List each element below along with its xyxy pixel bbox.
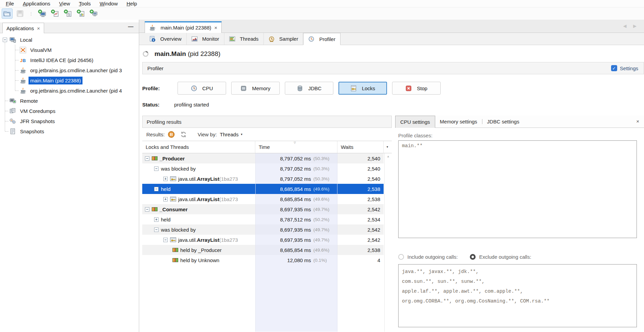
locks-button[interactable]: Locks (338, 82, 387, 95)
tree-item-remote[interactable]: Remote (0, 96, 139, 106)
applications-sidebar: Applications × — −LocalVisualVMJBIntelli… (0, 20, 139, 332)
open-file-icon[interactable] (2, 8, 13, 19)
applications-tree: −LocalVisualVMJBIntelliJ IDEA CE (pid 26… (0, 33, 139, 136)
tab-applications[interactable]: Applications × (2, 23, 44, 33)
chevron-down-icon: ▼ (240, 133, 243, 136)
locks-icon (350, 85, 357, 92)
menu-tools[interactable]: Tools (74, 0, 95, 7)
table-row-was-blocked-by[interactable]: −was blocked by8,697,935 ms(49.7%)2,542 (142, 224, 384, 235)
exclude-classes-input[interactable]: java.**, javax.**, jdk.**,com.sun.**, su… (398, 264, 637, 327)
expander-minus-icon[interactable]: − (163, 238, 168, 242)
expander-minus-icon[interactable]: − (154, 167, 159, 171)
refresh-results-button[interactable] (180, 131, 187, 138)
exclude-outgoing-radio[interactable] (470, 254, 476, 260)
time-cell: 8,685,854 ms(49.6%) (255, 245, 337, 255)
view-by-dropdown[interactable]: Threads ▼ (220, 132, 243, 137)
tab-profiler[interactable]: Profiler (303, 33, 341, 45)
status-value: profiling started (174, 102, 209, 108)
profile-classes-input[interactable]: main.** (398, 140, 637, 238)
profiling-results-panel: Profiling results Results: View by: Thre… (142, 116, 392, 332)
tab-jdbc-settings[interactable]: JDBC settings (482, 116, 524, 128)
add-snapshot-icon[interactable] (88, 8, 99, 19)
add-heapdump-icon[interactable] (75, 8, 86, 19)
include-outgoing-radio[interactable] (398, 254, 404, 260)
close-icon[interactable]: × (636, 118, 639, 124)
table-row-consumer[interactable]: −_Consumer8,697,935 ms(49.7%)2,542 (142, 204, 384, 214)
expander-plus-icon[interactable]: + (163, 197, 168, 201)
waits-cell: 2,538 (337, 245, 384, 255)
name-cell: +held (142, 214, 255, 224)
outgoing-calls-options: Include outgoing calls: Exclude outgoing… (398, 253, 637, 260)
column-filter-icon[interactable]: ▼ (384, 141, 391, 153)
tree-item-org-jetbrains-jps-cmdline-launcher-pid-4[interactable]: org.jetbrains.jps.cmdline.Launcher (pid … (0, 85, 139, 96)
tab-memory-settings[interactable]: Memory settings (435, 116, 482, 128)
profiling-results-title: Profiling results (147, 119, 182, 125)
results-split: Profiling results Results: View by: Thre… (142, 116, 644, 332)
svg-text:10: 10 (68, 14, 70, 17)
name-cell: held by Unknown (142, 255, 255, 265)
vertical-scrollbar[interactable]: ▲ (384, 153, 392, 332)
tree-item-main-main-pid-22388[interactable]: main.Main (pid 22388) (0, 75, 139, 85)
expander-minus-icon[interactable]: − (3, 38, 7, 42)
expander-minus-icon[interactable]: − (145, 156, 149, 161)
tree-item-org-jetbrains-jps-cmdline-launcher-pid-3[interactable]: org.jetbrains.jps.cmdline.Launcher (pid … (0, 65, 139, 75)
tree-item-vm-coredumps[interactable]: VM Coredumps (0, 106, 139, 116)
tab-main-main[interactable]: main.Main (pid 22388) × (145, 21, 222, 33)
add-application-icon[interactable] (37, 8, 48, 19)
tab-threads[interactable]: Threads (224, 33, 264, 45)
menu-applications[interactable]: Applications (18, 0, 55, 7)
table-row-java-util-arraylist[interactable]: +java.util.ArrayList (1ba2738,797,052 ms… (142, 174, 384, 184)
table-row-was-blocked-by[interactable]: −was blocked by8,797,052 ms(50.3%)2,540 (142, 163, 384, 174)
table-row-producer[interactable]: −_Producer8,797,052 ms(50.3%)2,540 (142, 153, 384, 163)
minimize-icon[interactable]: — (128, 24, 133, 30)
time-cell: 8,797,052 ms(50.3%) (255, 174, 337, 184)
close-icon[interactable]: × (37, 26, 40, 31)
close-icon[interactable]: × (214, 25, 217, 31)
stop-button[interactable]: Stop (392, 82, 441, 95)
tree-guide (15, 50, 19, 50)
tree-item-jfr-snapshots[interactable]: JFR Snapshots (0, 116, 139, 126)
table-row-held-by-producer[interactable]: held by _Producer8,685,854 ms(49.6%)2,53… (142, 245, 384, 255)
settings-toggle[interactable]: ✓ Settings (611, 65, 638, 71)
pause-results-button[interactable] (168, 131, 175, 138)
remote-icon (9, 97, 16, 104)
profile-buttons: CPUMemoryJDBCLocksStop (171, 82, 441, 95)
expander-minus-icon[interactable]: − (154, 187, 159, 191)
table-row-held[interactable]: +held8,787,512 ms(50.2%)2,534 (142, 214, 384, 224)
menu-window[interactable]: Window (95, 0, 122, 7)
memory-button[interactable]: Memory (231, 82, 280, 95)
tree-item-intellij-idea-ce-pid-26456[interactable]: JBIntelliJ IDEA CE (pid 26456) (0, 55, 139, 65)
settings-checkbox[interactable]: ✓ (611, 65, 617, 71)
tab-overview[interactable]: Overview (145, 33, 187, 45)
tab-cpu-settings[interactable]: CPU settings (395, 116, 435, 128)
tab-nav-arrows-icon[interactable]: ◀ ▶ (623, 23, 639, 28)
table-row-java-util-arraylist[interactable]: −java.util.ArrayList (1ba2738,697,935 ms… (142, 235, 384, 245)
menu-view[interactable]: View (55, 0, 74, 7)
jdbc-button[interactable]: JDBC (285, 82, 333, 95)
expander-minus-icon[interactable]: − (145, 207, 149, 212)
menu-file[interactable]: File (1, 0, 18, 7)
expander-plus-icon[interactable]: + (163, 177, 168, 181)
add-coredump-icon[interactable]: 0110 (62, 8, 73, 19)
column-header-locks-and-threads[interactable]: Locks and Threads (142, 141, 255, 153)
column-header-time[interactable]: ▽Time (255, 141, 337, 153)
tree-item-visualvm[interactable]: VisualVM (0, 45, 139, 55)
menu-help[interactable]: Help (122, 0, 142, 7)
table-row-java-util-arraylist[interactable]: +java.util.ArrayList (1ba2738,685,854 ms… (142, 194, 384, 204)
table-row-held[interactable]: −held8,685,854 ms(49.6%)2,538 (142, 184, 384, 194)
tree-item-snapshots[interactable]: Snapshots (0, 126, 139, 136)
expander-minus-icon[interactable]: − (154, 228, 159, 232)
time-cell: 8,797,052 ms(50.3%) (255, 153, 337, 163)
settings-panel: CPU settingsMemory settingsJDBC settings… (395, 116, 644, 332)
expander-plus-icon[interactable]: + (154, 217, 159, 222)
cpu-button[interactable]: CPU (178, 82, 226, 95)
add-jmx-connection-icon[interactable] (50, 8, 60, 19)
tree-guide (15, 60, 19, 60)
tab-monitor[interactable]: Monitor (187, 33, 224, 45)
column-header-waits[interactable]: Waits (337, 141, 384, 153)
toolbar-separator: ⋮ (27, 11, 35, 16)
tab-sampler[interactable]: Sampler (264, 33, 303, 45)
table-row-held-by-unknown[interactable]: held by Unknown12,080 ms(0.1%)4 (142, 255, 384, 265)
intellij-icon: JB (19, 57, 26, 63)
tree-item-local[interactable]: −Local (0, 35, 139, 45)
